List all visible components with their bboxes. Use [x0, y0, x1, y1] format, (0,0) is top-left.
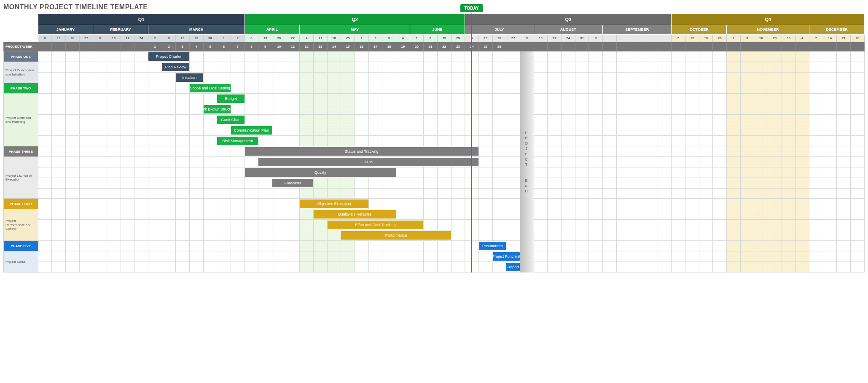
grid-cell: [327, 104, 341, 115]
task-bar-cell[interactable]: Work Bkdwn Structure: [203, 104, 231, 115]
task-bar[interactable]: Risk Management: [217, 137, 258, 145]
task-bar-cell[interactable]: Plan Review: [162, 62, 189, 73]
task-bar[interactable]: Communication Plan: [231, 126, 272, 135]
grid-cell: [616, 136, 630, 146]
task-bar-cell[interactable]: Budget: [217, 94, 245, 104]
grid-cell: [327, 83, 341, 94]
task-bar[interactable]: Postmortem: [479, 242, 506, 250]
task-bar[interactable]: Quality: [245, 168, 396, 177]
task-bar[interactable]: Scope and Goal Setting: [190, 84, 231, 92]
grid-cell: [548, 146, 562, 157]
grid-cell: [286, 62, 300, 73]
grid-cell: [754, 220, 768, 230]
grid-cell: [286, 230, 300, 241]
grid-cell: [300, 62, 314, 73]
grid-cell: [699, 104, 713, 115]
grid-cell: [740, 136, 754, 146]
task-bar-cell[interactable]: Report: [506, 262, 520, 272]
task-bar-cell[interactable]: Postmortem: [479, 241, 506, 251]
task-bar[interactable]: Gantt Chart: [217, 116, 245, 124]
grid-cell: [644, 199, 658, 209]
task-bar[interactable]: Forecasts: [272, 179, 313, 187]
grid-cell: [561, 104, 575, 115]
grid-cell: [768, 157, 782, 167]
grid-cell: [823, 157, 837, 167]
task-bar-cell[interactable]: KPIs: [258, 157, 479, 167]
grid-cell: [672, 209, 685, 220]
grid-cell: [685, 230, 699, 241]
grid-cell: [589, 230, 603, 241]
grid-cell: [52, 189, 66, 199]
project-week-cell: [575, 42, 589, 51]
project-week-cell: 23: [451, 42, 465, 51]
grid-cell: [644, 167, 658, 178]
task-bar-cell[interactable]: Communication Plan: [231, 125, 272, 136]
grid-cell: [121, 104, 134, 115]
task-bar-cell[interactable]: Effort and Cost Tracking: [327, 220, 424, 230]
grid-cell: [506, 157, 520, 167]
grid-cell: [837, 220, 851, 230]
grid-cell: [176, 262, 190, 272]
task-bar-cell[interactable]: Risk Management: [217, 136, 258, 146]
task-bar-cell[interactable]: Forecasts: [272, 178, 314, 189]
grid-cell: [699, 51, 713, 62]
grid-cell: [768, 178, 782, 189]
grid-cell: [740, 115, 754, 125]
grid-cell: [148, 73, 162, 83]
task-bar-cell[interactable]: Project Charter: [148, 51, 189, 62]
grid-cell: [602, 189, 616, 199]
grid-cell: [65, 241, 79, 251]
grid-cell: [162, 199, 176, 209]
grid-cell: [189, 241, 203, 251]
task-bar-cell[interactable]: Project Punchlist: [492, 251, 520, 262]
task-bar[interactable]: Objective Execution: [300, 200, 368, 208]
grid-cell: [602, 209, 616, 220]
grid-cell: [382, 115, 396, 125]
grid-cell: [176, 125, 190, 136]
task-bar-cell[interactable]: Status and Tracking: [245, 146, 478, 157]
task-bar-cell[interactable]: Scope and Goal Setting: [189, 83, 231, 94]
phase-header: PHASE ONE: [4, 51, 38, 62]
date-cell: 24: [561, 34, 575, 42]
grid-cell: [837, 125, 851, 136]
grid-cell: [203, 167, 217, 178]
project-week-cell: 13: [313, 42, 327, 51]
grid-cell: [203, 115, 217, 125]
grid-cell: [699, 241, 713, 251]
task-bar-cell[interactable]: Initiation: [176, 73, 203, 83]
grid-cell: [644, 241, 658, 251]
date-cell: 9: [162, 34, 176, 42]
task-bar[interactable]: Report: [506, 263, 520, 271]
task-bar[interactable]: Project Punchlist: [493, 252, 520, 261]
grid-cell: [575, 51, 589, 62]
task-bar[interactable]: Initiation: [176, 73, 203, 82]
task-bar[interactable]: KPIs: [258, 158, 478, 166]
grid-cell: [850, 189, 864, 199]
grid-cell: [93, 83, 107, 94]
task-bar-cell[interactable]: Gantt Chart: [217, 115, 245, 125]
task-bar-cell[interactable]: Performance: [341, 230, 451, 241]
grid-cell: [479, 62, 493, 73]
project-week-cell: 20: [410, 42, 424, 51]
grid-cell: [699, 262, 713, 272]
task-bar[interactable]: Plan Review: [162, 63, 189, 71]
grid-cell: [121, 115, 134, 125]
grid-cell: [561, 241, 575, 251]
grid-cell: [823, 136, 837, 146]
task-bar[interactable]: Status and Tracking: [245, 147, 478, 156]
task-bar[interactable]: Budget: [217, 94, 245, 103]
task-bar[interactable]: Work Bkdwn Structure: [204, 105, 231, 113]
grid-cell: [506, 62, 520, 73]
task-bar[interactable]: Effort and Cost Tracking: [328, 221, 424, 229]
grid-cell: [644, 251, 658, 262]
task-bar-cell[interactable]: Quality Deliverables: [313, 209, 396, 220]
task-bar[interactable]: Project Charter: [148, 52, 189, 61]
grid-cell: [437, 262, 451, 272]
task-bar[interactable]: Performance: [341, 231, 451, 240]
grid-cell: [189, 220, 203, 230]
task-bar[interactable]: Quality Deliverables: [314, 210, 396, 218]
grid-cell: [768, 94, 782, 104]
grid-cell: [699, 178, 713, 189]
task-bar-cell[interactable]: Quality: [245, 167, 396, 178]
task-bar-cell[interactable]: Objective Execution: [300, 199, 368, 209]
